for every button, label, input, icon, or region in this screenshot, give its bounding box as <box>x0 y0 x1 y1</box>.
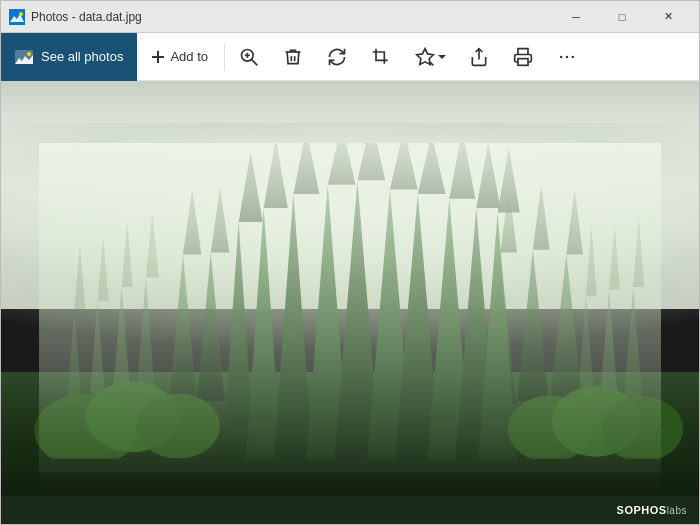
more-icon <box>557 47 577 67</box>
sophos-labs: labs <box>667 505 687 516</box>
svg-point-19 <box>572 55 575 58</box>
title-bar: Photos - data.dat.jpg ─ □ ✕ <box>1 1 699 33</box>
svg-rect-72 <box>39 143 661 496</box>
svg-point-5 <box>27 52 31 56</box>
svg-line-9 <box>252 59 258 65</box>
svg-rect-16 <box>518 58 528 65</box>
minimize-button[interactable]: ─ <box>553 1 599 33</box>
delete-icon <box>283 47 303 67</box>
photos-icon <box>15 50 33 64</box>
enhance-icon <box>415 47 435 67</box>
add-to-button[interactable]: Add to <box>137 33 222 81</box>
print-icon <box>513 47 533 67</box>
close-button[interactable]: ✕ <box>645 1 691 33</box>
window-title: Photos - data.dat.jpg <box>31 10 553 24</box>
maximize-button[interactable]: □ <box>599 1 645 33</box>
crop-icon <box>371 47 391 67</box>
svg-point-2 <box>19 12 23 16</box>
sophos-brand: SOPHOS <box>617 504 667 516</box>
share-button[interactable] <box>457 33 501 81</box>
crop-button[interactable] <box>359 33 403 81</box>
zoom-icon <box>239 47 259 67</box>
add-to-label: Add to <box>170 49 208 64</box>
svg-point-17 <box>560 55 563 58</box>
svg-point-18 <box>566 55 569 58</box>
app-window: Photos - data.dat.jpg ─ □ ✕ See all phot… <box>0 0 700 525</box>
status-bar: SOPHOSlabs <box>1 496 699 524</box>
svg-marker-14 <box>438 55 446 59</box>
minimize-icon: ─ <box>572 11 580 23</box>
more-options-button[interactable] <box>545 33 589 81</box>
divider-1 <box>224 43 225 71</box>
delete-button[interactable] <box>271 33 315 81</box>
see-all-photos-button[interactable]: See all photos <box>1 33 137 81</box>
enhance-button[interactable] <box>403 33 457 81</box>
print-button[interactable] <box>501 33 545 81</box>
toolbar: See all photos Add to <box>1 33 699 81</box>
forest-photo <box>1 81 699 496</box>
image-area <box>1 81 699 496</box>
see-all-photos-label: See all photos <box>41 49 123 64</box>
rotate-button[interactable] <box>315 33 359 81</box>
close-icon: ✕ <box>664 10 673 23</box>
zoom-button[interactable] <box>227 33 271 81</box>
rotate-icon <box>327 47 347 67</box>
svg-rect-0 <box>9 9 25 25</box>
plus-icon <box>151 50 165 64</box>
enhance-caret-icon <box>438 53 446 61</box>
app-icon <box>9 9 25 25</box>
maximize-icon: □ <box>619 11 626 23</box>
trees-svg <box>1 143 699 496</box>
sophos-logo: SOPHOSlabs <box>617 504 687 516</box>
share-icon <box>469 47 489 67</box>
window-controls: ─ □ ✕ <box>553 1 691 33</box>
